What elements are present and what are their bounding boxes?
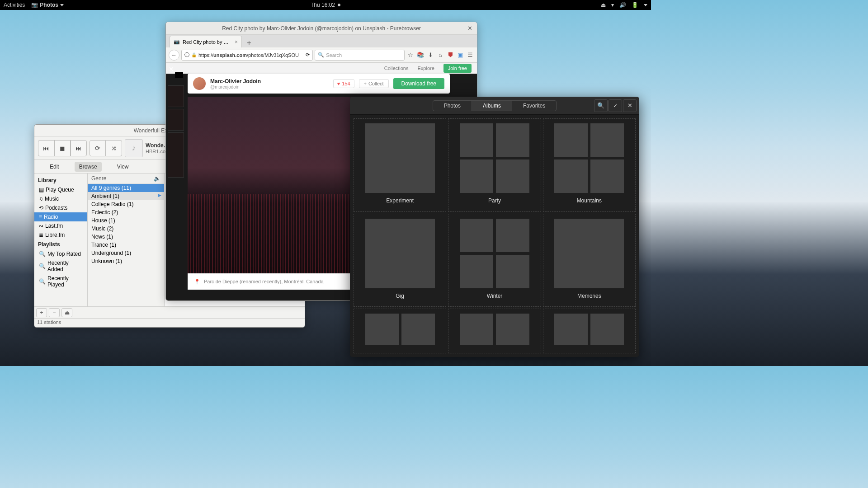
download-icon[interactable]: ⬇ [426, 51, 434, 59]
close-overlay-icon[interactable]: ✕ [169, 66, 174, 73]
sidebar-music[interactable]: ♫ Music [34, 194, 87, 203]
music-sidebar: Library ▤ Play Queue ♫ Music ⟲ Podcasts … [34, 174, 88, 306]
tab-browse[interactable]: Browse [75, 162, 102, 172]
eject-icon[interactable]: ⏏ [601, 2, 606, 8]
eject-button[interactable]: ⏏ [61, 308, 72, 317]
shield-icon[interactable]: ⛊ [446, 51, 454, 59]
search-field[interactable]: 🔍 Search [315, 50, 405, 61]
playlist-recently-played[interactable]: 🔍 Recently Played [34, 274, 87, 289]
top-bar: Activities 📷 Photos Thu 16:02 ⏏ ▾ 🔊 🔋 [0, 0, 651, 10]
clock[interactable]: Thu 16:02 [311, 2, 340, 8]
genre-eclectic[interactable]: Eclectic (2) [88, 208, 164, 216]
album-experiment[interactable]: Experiment [354, 118, 446, 212]
close-button[interactable]: ✕ [467, 25, 472, 32]
playlist-recently-added[interactable]: 🔍 Recently Added [34, 258, 87, 274]
album-title: Party [488, 197, 501, 204]
sidebar-librefm[interactable]: ≣ Libre.fm [34, 230, 87, 239]
new-tab-button[interactable]: + [244, 38, 255, 47]
volume-icon[interactable]: 🔊 [619, 2, 626, 8]
info-icon: ⓘ [184, 52, 189, 58]
join-button[interactable]: Join free [443, 64, 472, 73]
app-menu[interactable]: 📷 Photos [31, 2, 64, 8]
album-gig[interactable]: Gig [354, 214, 446, 307]
genre-ambient[interactable]: Ambient (1) [88, 192, 164, 200]
author-bar: Marc-Olivier Jodoin @marcojodoin ♥154 +C… [188, 74, 450, 94]
extension-icon[interactable]: ▣ [456, 51, 464, 59]
photos-header: Photos Albums Favorites 🔍 ✓ ✕ [350, 97, 639, 115]
genre-music[interactable]: Music (2) [88, 225, 164, 233]
wifi-icon[interactable]: ▾ [611, 2, 614, 8]
album-mountains[interactable]: Mountains [543, 118, 636, 212]
menu-icon[interactable]: ☰ [466, 51, 474, 59]
album-item[interactable] [354, 309, 446, 353]
collect-button[interactable]: +Collect [359, 79, 389, 88]
url-bar: ← ⓘ 🔒 https://unsplash.com/photos/MJv31q… [166, 47, 477, 63]
close-tab-icon[interactable]: × [235, 39, 238, 45]
url-field[interactable]: ⓘ 🔒 https://unsplash.com/photos/MJv31qXq… [181, 50, 313, 61]
prev-button[interactable]: ⏮ [38, 140, 54, 156]
site-nav: Collections Explore Join free [166, 63, 477, 74]
location-pin-icon: 📍 [194, 279, 200, 285]
thumbnail[interactable] [168, 109, 184, 131]
remove-button[interactable]: − [49, 308, 60, 317]
reload-icon[interactable]: ⟳ [306, 52, 310, 58]
genre-all[interactable]: All 9 genres (11) [88, 184, 164, 192]
genre-underground[interactable]: Underground (1) [88, 249, 164, 257]
sidebar-radio[interactable]: ≡ Radio [34, 212, 87, 221]
battery-icon[interactable]: 🔋 [632, 2, 638, 8]
sidebar-podcasts[interactable]: ⟲ Podcasts [34, 203, 87, 212]
tab-view[interactable]: View [113, 162, 133, 172]
tab-albums[interactable]: Albums [472, 101, 512, 111]
sidebar-lastfm[interactable]: ∾ Last.fm [34, 221, 87, 230]
notification-dot-icon [338, 4, 340, 6]
system-menu-icon[interactable] [644, 4, 647, 6]
tab-favorites[interactable]: Favorites [512, 101, 556, 111]
like-button[interactable]: ♥154 [333, 79, 354, 88]
genre-header: Genre🔈 [88, 174, 164, 184]
repeat-button[interactable]: ⟳ [90, 140, 106, 156]
close-button[interactable]: ✕ [623, 99, 637, 112]
home-icon[interactable]: ⌂ [436, 51, 444, 59]
lock-icon: 🔒 [191, 52, 197, 57]
download-button[interactable]: Download free [393, 78, 444, 89]
genre-news[interactable]: News (1) [88, 233, 164, 241]
library-header: Library [34, 175, 87, 185]
album-item[interactable] [543, 309, 636, 353]
album-party[interactable]: Party [448, 118, 541, 212]
genre-house[interactable]: House (1) [88, 216, 164, 225]
album-memories[interactable]: Memories [543, 214, 636, 307]
select-button[interactable]: ✓ [609, 99, 622, 112]
nav-explore[interactable]: Explore [418, 66, 434, 71]
browser-tab[interactable]: 📷 Red City photo by Mar... × [170, 36, 242, 47]
avatar[interactable] [193, 77, 206, 90]
volume-icon: 🔈 [154, 175, 160, 182]
add-button[interactable]: + [36, 308, 47, 317]
genre-unknown[interactable]: Unknown (1) [88, 257, 164, 265]
genre-trance[interactable]: Trance (1) [88, 241, 164, 249]
shuffle-button[interactable]: ⤨ [106, 140, 122, 156]
playlist-top-rated[interactable]: 🔍 My Top Rated [34, 249, 87, 258]
browser-title: Red City photo by Marc-Olivier Jodoin (@… [166, 22, 477, 35]
search-button[interactable]: 🔍 [594, 99, 608, 112]
next-button[interactable]: ⏭ [71, 140, 87, 156]
album-item[interactable] [448, 309, 541, 353]
album-art: ♪ [125, 139, 143, 157]
album-winter[interactable]: Winter [448, 214, 541, 307]
thumbnail[interactable] [168, 85, 184, 107]
back-button[interactable]: ← [169, 50, 179, 61]
clock-text: Thu 16:02 [311, 2, 335, 8]
thumbnail[interactable] [168, 132, 184, 178]
play-button[interactable]: ◼ [54, 140, 71, 156]
activities-button[interactable]: Activities [4, 2, 25, 8]
genre-college[interactable]: College Radio (1) [88, 200, 164, 208]
author-name[interactable]: Marc-Olivier Jodoin [210, 78, 261, 84]
album-title: Gig [396, 293, 404, 299]
star-icon[interactable]: ☆ [406, 51, 415, 59]
nav-collections[interactable]: Collections [384, 66, 409, 71]
author-handle[interactable]: @marcojodoin [210, 84, 261, 89]
tab-edit[interactable]: Edit [45, 162, 64, 172]
sidebar-play-queue[interactable]: ▤ Play Queue [34, 185, 87, 194]
library-icon[interactable]: 📚 [416, 51, 425, 59]
view-switcher: Photos Albums Favorites [433, 100, 557, 111]
tab-photos[interactable]: Photos [433, 101, 472, 111]
